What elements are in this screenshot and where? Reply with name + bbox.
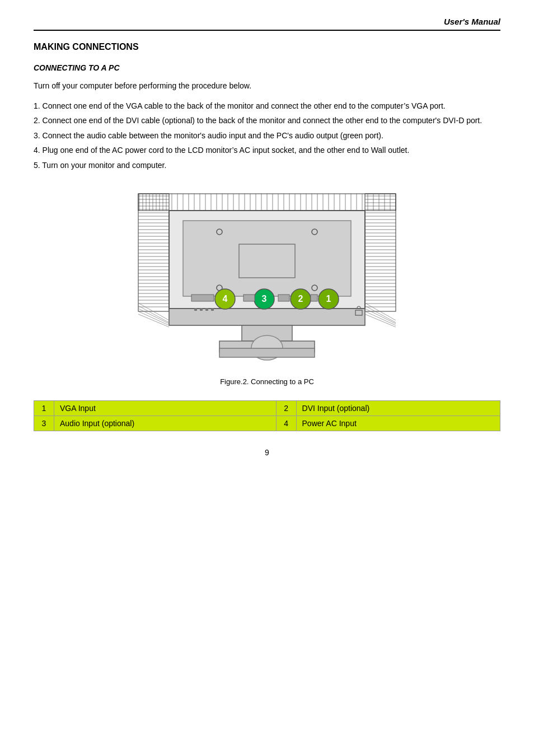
svg-text:1: 1 <box>326 294 331 304</box>
svg-rect-35 <box>365 194 396 311</box>
intro-text: Turn off your computer before performing… <box>34 80 500 92</box>
port-label-4: Power AC Input <box>296 416 500 431</box>
svg-line-150 <box>138 306 169 323</box>
port-num-1: 1 <box>34 400 54 416</box>
svg-rect-121 <box>183 221 351 296</box>
monitor-diagram: 4 3 2 1 <box>121 183 413 373</box>
port-num-3: 3 <box>34 416 54 431</box>
svg-line-152 <box>365 311 396 325</box>
svg-rect-159 <box>205 308 208 311</box>
table-row: 1 VGA Input 2 DVI Input (optional) <box>34 400 500 416</box>
step-5: 5. Turn on your monitor and computer. <box>34 159 500 171</box>
svg-line-155 <box>365 306 396 323</box>
manual-title: User's Manual <box>444 17 500 26</box>
svg-rect-0 <box>138 194 169 311</box>
subsection-title: CONNECTING TO A PC <box>34 63 500 72</box>
page-number: 9 <box>34 448 500 457</box>
steps-list: 1. Connect one end of the VGA cable to t… <box>34 100 500 171</box>
svg-rect-138 <box>278 295 289 301</box>
port-num-4: 4 <box>276 416 296 431</box>
port-label-3: Audio Input (optional) <box>54 416 277 431</box>
svg-line-147 <box>138 311 169 325</box>
svg-rect-136 <box>191 295 214 301</box>
svg-text:4: 4 <box>223 294 228 304</box>
step-1: 1. Connect one end of the VGA cable to t… <box>34 100 500 112</box>
figure-container: 4 3 2 1 <box>34 183 500 395</box>
svg-text:2: 2 <box>298 294 303 304</box>
port-label-1: VGA Input <box>54 400 277 416</box>
svg-rect-160 <box>211 308 214 311</box>
figure-caption: Figure.2. Connecting to a PC <box>220 377 314 386</box>
step-4: 4. Plug one end of the AC power cord to … <box>34 144 500 156</box>
page-header: User's Manual <box>34 17 500 31</box>
step-2: 2. Connect one end of the DVI cable (opt… <box>34 114 500 127</box>
table-row: 3 Audio Input (optional) 4 Power AC Inpu… <box>34 416 500 431</box>
step-3: 3. Connect the audio cable between the m… <box>34 129 500 142</box>
svg-rect-157 <box>194 308 197 311</box>
port-table: 1 VGA Input 2 DVI Input (optional) 3 Aud… <box>34 400 500 431</box>
port-label-2: DVI Input (optional) <box>296 400 500 416</box>
svg-rect-139 <box>311 295 317 301</box>
section-title: MAKING CONNECTIONS <box>34 42 500 52</box>
port-num-2: 2 <box>276 400 296 416</box>
svg-text:3: 3 <box>262 294 267 304</box>
svg-rect-127 <box>169 309 365 325</box>
svg-rect-158 <box>200 308 203 311</box>
svg-rect-146 <box>219 348 315 357</box>
svg-rect-137 <box>243 295 255 301</box>
